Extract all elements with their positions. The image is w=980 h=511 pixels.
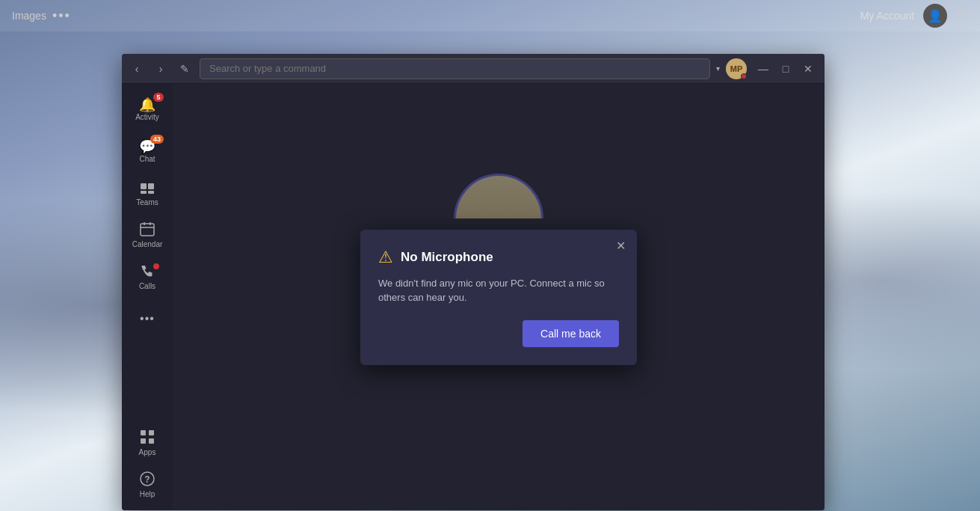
- svg-rect-8: [141, 430, 146, 435]
- dialog-overlay: ✕ ⚠ No Microphone We didn't find any mic…: [173, 84, 825, 510]
- dialog-title-row: ⚠ No Microphone: [378, 248, 619, 267]
- browser-top-bar: Images ••• My Account 👤 ☰: [0, 0, 980, 31]
- sidebar-item-calls[interactable]: Calls: [128, 257, 167, 296]
- avatar-initials: MP: [730, 64, 743, 73]
- top-bar-right: My Account 👤 ☰: [860, 4, 968, 28]
- calls-icon: [140, 263, 155, 281]
- svg-rect-11: [149, 438, 154, 444]
- sidebar: 🔔 Activity 5 💬 Chat 43: [122, 84, 173, 510]
- main-content-area: ✕ ⚠ No Microphone We didn't find any mic…: [173, 84, 825, 510]
- sidebar-item-calendar[interactable]: Calendar: [128, 215, 167, 254]
- sidebar-label-teams: Teams: [136, 198, 158, 206]
- chat-badge: 43: [150, 135, 164, 144]
- sidebar-label-calls: Calls: [139, 282, 155, 290]
- svg-rect-3: [148, 191, 154, 194]
- search-input[interactable]: [209, 63, 700, 74]
- forward-button[interactable]: ›: [152, 60, 170, 78]
- sidebar-label-activity: Activity: [135, 113, 159, 121]
- svg-rect-0: [141, 183, 147, 189]
- user-avatar[interactable]: MP: [726, 58, 747, 79]
- window-controls: — □ ✕: [753, 58, 819, 79]
- dialog-footer: Call me back: [378, 320, 619, 347]
- my-account-avatar[interactable]: 👤: [923, 4, 947, 28]
- my-account-label: My Account: [860, 10, 914, 22]
- avatar-person-icon: 👤: [928, 9, 943, 23]
- more-dots-icon: •••: [140, 312, 155, 325]
- browser-tab-label: Images: [12, 10, 46, 22]
- window-body: 🔔 Activity 5 💬 Chat 43: [122, 84, 825, 510]
- sidebar-item-apps[interactable]: Apps: [128, 423, 167, 462]
- activity-badge: 5: [153, 93, 164, 102]
- no-microphone-dialog: ✕ ⚠ No Microphone We didn't find any mic…: [360, 230, 637, 365]
- calls-badge-dot: [153, 263, 159, 269]
- sidebar-label-apps: Apps: [139, 448, 156, 456]
- search-dropdown-icon[interactable]: ▾: [716, 64, 720, 73]
- sidebar-label-help: Help: [140, 490, 155, 498]
- svg-rect-9: [149, 430, 154, 435]
- call-me-back-button[interactable]: Call me back: [523, 320, 619, 347]
- svg-rect-10: [141, 438, 146, 444]
- sidebar-item-activity[interactable]: 🔔 Activity 5: [128, 90, 167, 129]
- maximize-button[interactable]: □: [775, 58, 796, 79]
- apps-icon: [140, 429, 155, 447]
- dialog-close-button[interactable]: ✕: [611, 237, 629, 255]
- svg-rect-1: [148, 183, 154, 189]
- sidebar-item-more[interactable]: •••: [128, 299, 167, 338]
- teams-window: ‹ › ✎ ▾ MP — □ ✕ 🔔 Activity 5 �: [122, 54, 825, 510]
- browser-tab-dots[interactable]: •••: [52, 8, 860, 24]
- back-button[interactable]: ‹: [128, 60, 146, 78]
- close-button[interactable]: ✕: [798, 58, 819, 79]
- title-bar: ‹ › ✎ ▾ MP — □ ✕: [122, 54, 825, 84]
- activity-icon: 🔔: [139, 98, 155, 111]
- sidebar-item-chat[interactable]: 💬 Chat 43: [128, 132, 167, 171]
- warning-icon: ⚠: [378, 248, 393, 267]
- minimize-button[interactable]: —: [753, 58, 774, 79]
- sidebar-label-calendar: Calendar: [132, 240, 163, 248]
- teams-icon: [140, 180, 155, 197]
- svg-rect-4: [141, 224, 154, 236]
- avatar-status-dot: [741, 73, 747, 79]
- calendar-icon: [140, 221, 155, 239]
- sidebar-label-chat: Chat: [139, 155, 155, 163]
- dialog-body: We didn't find any mic on your PC. Conne…: [378, 276, 619, 305]
- hamburger-menu-icon[interactable]: ☰: [956, 7, 968, 24]
- svg-text:?: ?: [144, 474, 150, 485]
- search-bar[interactable]: [200, 58, 710, 79]
- sidebar-item-teams[interactable]: Teams: [128, 174, 167, 212]
- compose-button[interactable]: ✎: [176, 60, 194, 78]
- help-icon: ?: [140, 471, 155, 489]
- dialog-title: No Microphone: [401, 250, 493, 265]
- sidebar-item-help[interactable]: ? Help: [128, 465, 167, 504]
- svg-rect-2: [141, 191, 147, 194]
